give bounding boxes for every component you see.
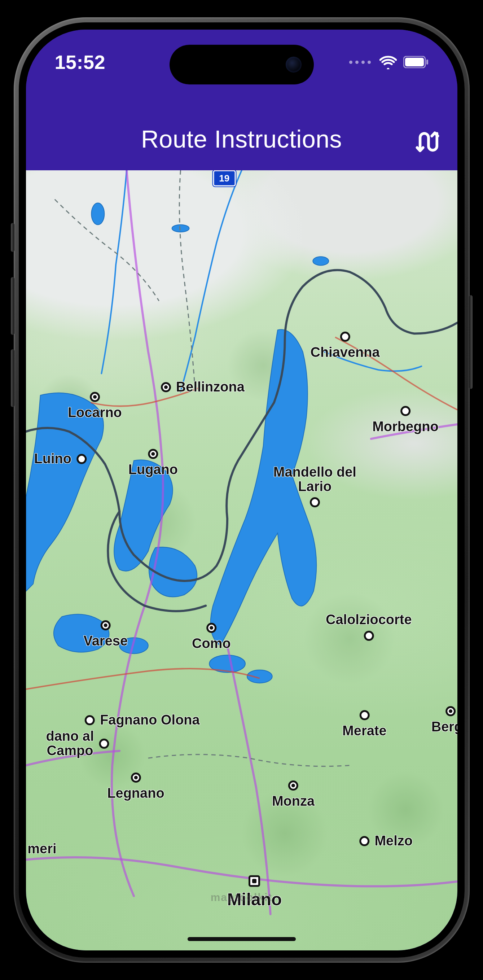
svg-point-7	[91, 203, 104, 225]
phone-frame: Route Instructions 15:52	[14, 18, 470, 963]
city-label: Como	[192, 636, 231, 651]
city-calolziocorte[interactable]: Calolziocorte	[326, 612, 412, 641]
city-label: Merate	[342, 724, 387, 738]
city-label: Berga	[431, 720, 458, 734]
highway-shield-19: 19	[213, 170, 235, 186]
city-someri-partial[interactable]: meri	[26, 842, 57, 856]
phone-volume-down	[11, 349, 14, 407]
city-label: Calolziocorte	[326, 612, 412, 627]
screen: Route Instructions 15:52	[26, 30, 458, 950]
city-label: Bellinzona	[176, 380, 245, 395]
city-monza[interactable]: Monza	[272, 781, 315, 808]
city-label: Varese	[83, 634, 128, 648]
city-chiavenna[interactable]: Chiavenna	[310, 332, 380, 360]
city-bergamo-partial[interactable]: Berga	[431, 706, 458, 734]
phone-power-button	[469, 295, 472, 389]
wifi-icon	[380, 55, 397, 69]
city-label: Morbegno	[372, 420, 439, 434]
city-label: Luino	[34, 452, 71, 466]
city-lugano[interactable]: Lugano	[129, 449, 178, 477]
route-icon	[415, 129, 440, 154]
dynamic-island	[170, 45, 314, 84]
city-label: Legnano	[107, 786, 164, 801]
page-title: Route Instructions	[141, 125, 342, 153]
city-label: Lugano	[129, 463, 178, 477]
svg-rect-1	[405, 58, 424, 67]
city-label: Melzo	[375, 834, 413, 848]
svg-rect-2	[426, 59, 428, 65]
city-label: meri	[27, 842, 56, 856]
status-time: 15:52	[55, 51, 106, 73]
city-label: Locarno	[68, 406, 122, 420]
city-merate[interactable]: Merate	[342, 710, 387, 738]
city-fagnano-olona[interactable]: Fagnano Olona	[85, 713, 200, 727]
city-label: Monza	[272, 794, 315, 808]
city-mandello-del-lario[interactable]: Mandello delLario	[273, 465, 356, 508]
city-label: Fagnano Olona	[100, 713, 200, 727]
signal-dots-icon	[349, 60, 371, 64]
city-varese[interactable]: Varese	[83, 620, 128, 648]
route-icon-button[interactable]	[415, 129, 440, 154]
city-locarno[interactable]: Locarno	[68, 392, 122, 420]
phone-silence-switch	[11, 223, 14, 252]
city-morbegno[interactable]: Morbegno	[372, 406, 439, 434]
city-luino[interactable]: Luino	[34, 452, 86, 466]
city-cardano-al-campo-partial[interactable]: dano alCampo	[46, 729, 109, 758]
city-melzo[interactable]: Melzo	[359, 834, 413, 848]
status-indicators	[349, 55, 429, 69]
city-como[interactable]: Como	[192, 623, 231, 651]
svg-point-6	[172, 225, 189, 232]
phone-volume-up	[11, 277, 14, 335]
battery-icon	[403, 56, 429, 68]
city-bellinzona[interactable]: Bellinzona	[161, 380, 245, 395]
map-attribution: maptoolkit	[211, 891, 273, 904]
city-legnano[interactable]: Legnano	[107, 773, 164, 801]
city-label: Mandello delLario	[273, 465, 356, 494]
map-view[interactable]: 19 Chiavenna Bellinzona Locarno Morbegno	[26, 170, 458, 950]
phone-bezel: Route Instructions 15:52	[19, 22, 465, 958]
home-indicator[interactable]	[187, 937, 296, 941]
svg-point-8	[313, 256, 329, 265]
city-label: Chiavenna	[310, 345, 380, 360]
city-label: dano alCampo	[46, 729, 94, 758]
